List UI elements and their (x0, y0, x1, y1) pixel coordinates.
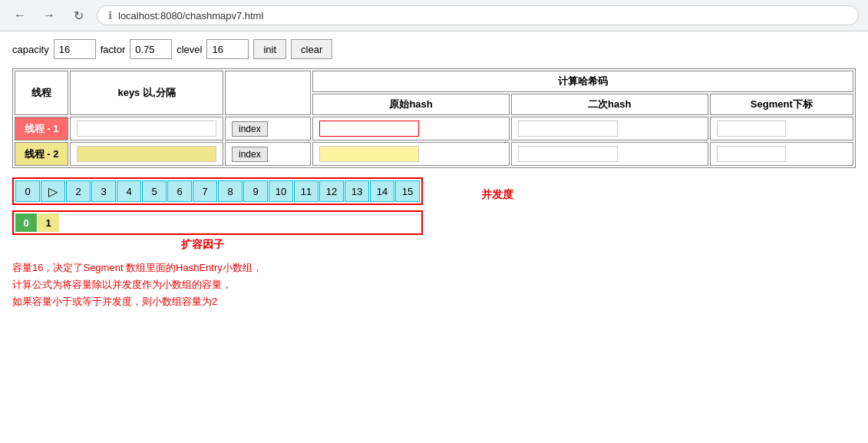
desc-line: 容量16，决定了Segment 数组里面的HashEntry小数组， (12, 260, 856, 276)
thread-1-keys-input[interactable] (77, 121, 216, 137)
desc-line: 计算公式为将容量除以并发度作为小数组的容量， (12, 276, 856, 293)
thread-1-segment-idx-cell (710, 117, 853, 141)
thread-2-index-button[interactable]: index (232, 147, 268, 162)
seg-cell: 0 (15, 180, 40, 202)
seg-cell: 5 (142, 180, 167, 202)
main-table: 线程 keys 以,分隔 计算哈希码 原始hash 二次hash Segment… (12, 68, 856, 168)
forward-button[interactable]: → (38, 5, 60, 26)
info-icon: ℹ (108, 9, 112, 21)
hashentry-cell: 1 (38, 213, 59, 232)
factor-input[interactable] (130, 39, 172, 59)
segment-and-entry: 0▷23456789101112131415 01 (12, 173, 423, 235)
thread-1-original-hash-input[interactable] (319, 121, 419, 137)
labels-right: 并发度 (481, 188, 513, 202)
th-segment-index: Segment下标 (710, 94, 853, 115)
th-index-spacer (225, 71, 311, 115)
seg-cell: 14 (370, 180, 394, 202)
segment-array: 0▷23456789101112131415 (12, 177, 423, 205)
concurrency-label: 并发度 (481, 188, 513, 202)
clevel-label: clevel (177, 44, 202, 55)
factor-label: factor (101, 44, 126, 55)
segment-visual-row: 0▷23456789101112131415 01 并发度 (12, 173, 856, 235)
thread-1-index-cell: index (225, 117, 311, 141)
visual-section: 0▷23456789101112131415 01 并发度 扩容因子 (12, 173, 856, 252)
thread-1-secondary-hash-input[interactable] (518, 121, 618, 137)
thread-2-secondary-hash-cell (511, 142, 708, 166)
browser-chrome: ← → ↻ ℹ localhost:8080/chashmapv7.html (0, 0, 868, 31)
table-row: 线程 - 2 index (15, 142, 853, 166)
seg-cell: 2 (66, 180, 91, 202)
thread-2-keys-cell (70, 142, 223, 166)
thread-2-secondary-hash-input[interactable] (518, 146, 618, 162)
thread-2-index-cell: index (225, 142, 311, 166)
thread-1-original-hash-cell (312, 117, 510, 141)
th-secondary-hash: 二次hash (511, 94, 708, 115)
seg-cell: 8 (218, 180, 243, 202)
capacity-label: capacity (12, 44, 49, 55)
seg-cell: 12 (319, 180, 344, 202)
back-button[interactable]: ← (9, 5, 31, 26)
init-button[interactable]: init (253, 39, 286, 59)
thread-2-segment-idx-cell (710, 142, 853, 166)
thread-1-segment-idx-input[interactable] (717, 121, 786, 137)
clevel-input[interactable] (206, 39, 249, 59)
thread-1-keys-cell (70, 117, 223, 141)
thread-2-cell: 线程 - 2 (15, 142, 68, 166)
thread-1-index-button[interactable]: index (232, 121, 268, 137)
seg-cell: 9 (243, 180, 268, 202)
thread-2-segment-idx-input[interactable] (717, 146, 786, 162)
table-row: 线程 - 1 index (15, 117, 853, 141)
th-keys: keys 以,分隔 (70, 71, 223, 115)
th-thread: 线程 (15, 71, 68, 115)
seg-cell: ▷ (41, 180, 65, 202)
capacity-input[interactable] (54, 39, 96, 59)
desc-line: 如果容量小于或等于并发度，则小数组容量为2 (12, 293, 856, 310)
th-hash-group: 计算哈希码 (312, 71, 853, 92)
table-header-row: 线程 keys 以,分隔 计算哈希码 (15, 71, 853, 92)
address-bar[interactable]: ℹ localhost:8080/chashmapv7.html (97, 5, 859, 25)
seg-cell: 7 (193, 180, 217, 202)
seg-cell: 4 (117, 180, 141, 202)
seg-cell: 6 (167, 180, 192, 202)
url-text: localhost:8080/chashmapv7.html (118, 10, 263, 21)
thread-2-keys-input[interactable] (77, 146, 216, 162)
thread-1-cell: 线程 - 1 (15, 117, 68, 141)
thread-2-original-hash-cell (312, 142, 510, 166)
thread-2-original-hash-input[interactable] (319, 146, 419, 162)
seg-cell: 3 (91, 180, 116, 202)
controls-row: capacity factor clevel init clear (12, 39, 856, 59)
seg-cell: 11 (294, 180, 318, 202)
expand-label: 扩容因子 (181, 238, 224, 250)
hashentry-array: 01 (12, 210, 423, 235)
page-content: capacity factor clevel init clear 线程 key… (0, 31, 868, 318)
clear-button[interactable]: clear (291, 39, 332, 59)
seg-cell: 13 (345, 180, 369, 202)
expand-label-container: 扩容因子 (12, 238, 856, 252)
refresh-button[interactable]: ↻ (68, 5, 89, 26)
thread-1-secondary-hash-cell (511, 117, 708, 141)
seg-cell: 10 (269, 180, 293, 202)
th-original-hash: 原始hash (312, 94, 510, 115)
hashentry-cell: 0 (15, 213, 37, 232)
description-text: 容量16，决定了Segment 数组里面的HashEntry小数组，计算公式为将… (12, 260, 856, 310)
seg-cell: 15 (395, 180, 420, 202)
